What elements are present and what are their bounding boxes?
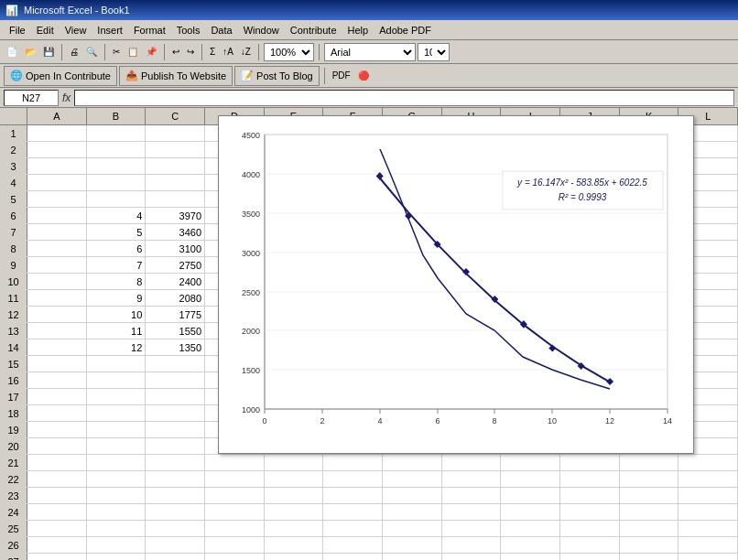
cell[interactable]: 12 [87,339,147,355]
cell[interactable] [146,158,205,174]
cell[interactable] [87,389,147,404]
cell[interactable] [87,125,147,141]
cell[interactable] [87,372,147,388]
cell[interactable] [146,175,205,190]
cell[interactable] [265,554,324,560]
cell[interactable] [146,191,205,207]
cell[interactable] [27,554,87,560]
cell[interactable] [27,372,87,388]
cell[interactable] [442,537,502,553]
publish-website-button[interactable]: 📤 Publish To Website [119,66,233,86]
cell[interactable] [560,537,620,553]
menu-item-format[interactable]: Format [128,23,171,38]
cell[interactable]: 7 [87,257,147,273]
pdf-btn[interactable]: PDF [330,66,353,86]
menu-item-adobe pdf[interactable]: Adobe PDF [374,23,437,38]
cell[interactable] [678,554,738,560]
cell[interactable] [27,438,87,454]
cell[interactable] [27,422,87,437]
cell[interactable] [323,488,383,503]
cell[interactable] [27,455,87,470]
cell[interactable] [146,521,205,536]
cell[interactable] [323,521,383,536]
cell[interactable] [205,537,265,553]
menu-item-contribute[interactable]: Contribute [285,23,342,38]
cell[interactable] [87,455,147,470]
menu-item-insert[interactable]: Insert [92,23,128,38]
cell[interactable]: 2400 [146,274,205,289]
cell[interactable] [27,323,87,339]
cell[interactable] [323,455,383,470]
cell[interactable] [87,175,147,190]
cell[interactable] [146,554,205,560]
cell[interactable] [27,521,87,536]
cell[interactable] [205,554,265,560]
cell[interactable]: 1550 [146,323,205,339]
cell[interactable]: 4 [87,208,147,223]
copy-btn[interactable]: 📋 [125,42,141,62]
cell[interactable] [146,356,205,372]
cell[interactable] [27,208,87,223]
cell[interactable] [620,521,679,536]
cell[interactable] [27,158,87,174]
cell[interactable]: 1350 [146,339,205,355]
cell[interactable]: 3100 [146,241,205,256]
cell[interactable] [678,504,738,520]
open-btn[interactable]: 📂 [22,42,38,62]
cell[interactable] [678,521,738,536]
adobe-btn[interactable]: 🔴 [355,66,372,86]
cell[interactable] [205,504,265,520]
cell[interactable] [27,405,87,421]
cell[interactable] [265,471,324,487]
cell[interactable]: 3970 [146,208,205,223]
font-select[interactable]: Arial [324,43,416,61]
cell[interactable] [27,356,87,372]
cell[interactable] [87,488,147,503]
cell[interactable]: 9 [87,290,147,306]
cell[interactable] [87,504,147,520]
cell[interactable] [87,422,147,437]
cell[interactable] [146,142,205,157]
cell[interactable] [560,471,620,487]
cell[interactable] [620,537,679,553]
cell[interactable]: 1775 [146,307,205,322]
cell[interactable] [27,290,87,306]
cell[interactable] [501,488,560,503]
cell[interactable] [560,554,620,560]
cell[interactable] [27,488,87,503]
menu-item-view[interactable]: View [60,23,92,38]
cell[interactable] [87,191,147,207]
cell[interactable] [27,471,87,487]
cell[interactable] [501,554,560,560]
cell[interactable]: 8 [87,274,147,289]
cell[interactable] [560,455,620,470]
cell[interactable] [442,488,502,503]
cell[interactable] [323,554,383,560]
cell[interactable] [27,504,87,520]
cell[interactable] [265,488,324,503]
cell[interactable] [87,471,147,487]
sort-asc-btn[interactable]: ↑A [220,42,236,62]
fontsize-select[interactable]: 10 [418,43,450,61]
cell[interactable]: 2750 [146,257,205,273]
cell[interactable] [442,504,502,520]
cell[interactable] [442,554,502,560]
sort-desc-btn[interactable]: ↓Z [238,42,254,62]
cell[interactable] [265,537,324,553]
cell[interactable] [560,504,620,520]
chart-container[interactable]: 4500 4000 3500 3000 2500 2000 1500 1000 … [218,115,694,454]
save-btn[interactable]: 💾 [40,42,57,62]
cell[interactable] [27,389,87,404]
formula-input[interactable] [74,90,734,106]
cell[interactable] [146,504,205,520]
cell[interactable] [205,471,265,487]
menu-item-data[interactable]: Data [205,23,237,38]
cell[interactable] [87,142,147,157]
cell[interactable] [678,455,738,470]
menu-item-tools[interactable]: Tools [171,23,206,38]
redo-btn[interactable]: ↪ [184,42,197,62]
cell[interactable] [87,438,147,454]
cell[interactable] [146,438,205,454]
menu-item-window[interactable]: Window [238,23,285,38]
undo-btn[interactable]: ↩ [169,42,182,62]
